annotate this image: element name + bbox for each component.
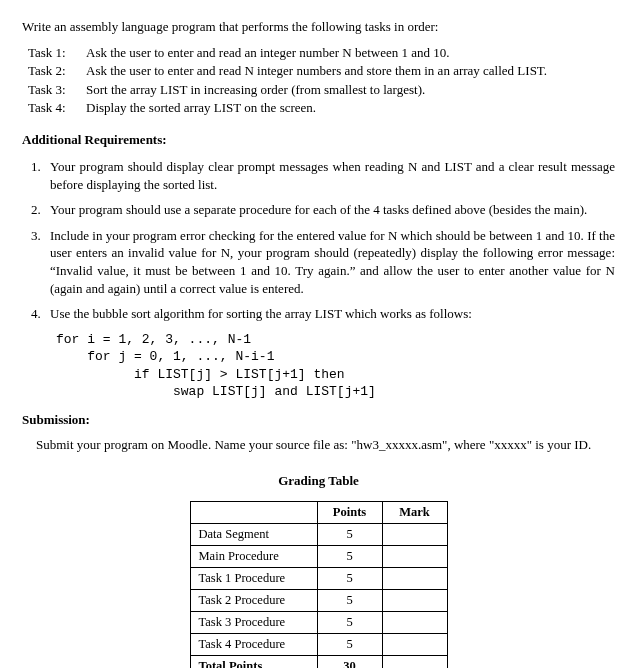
task-row: Task 4: Display the sorted array LIST on…: [28, 99, 615, 117]
requirement-item: Your program should use a separate proce…: [44, 201, 615, 219]
task-text: Sort the array LIST in increasing order …: [86, 81, 615, 99]
requirement-item: Include in your program error checking f…: [44, 227, 615, 297]
task-text: Ask the user to enter and read an intege…: [86, 44, 615, 62]
grading-row-name: Task 2 Procedure: [190, 589, 317, 611]
requirements-list: Your program should display clear prompt…: [44, 158, 615, 322]
grading-row-mark: [382, 611, 447, 633]
grading-row: Task 4 Procedure 5: [190, 633, 447, 655]
submission-text: Submit your program on Moodle. Name your…: [36, 436, 615, 454]
tasks-list: Task 1: Ask the user to enter and read a…: [28, 44, 615, 117]
grading-header-blank: [190, 502, 317, 524]
grading-row: Task 3 Procedure 5: [190, 611, 447, 633]
grading-row-name: Task 1 Procedure: [190, 568, 317, 590]
grading-row-name: Task 4 Procedure: [190, 633, 317, 655]
grading-header-mark: Mark: [382, 502, 447, 524]
grading-row-name: Data Segment: [190, 524, 317, 546]
requirement-item: Your program should display clear prompt…: [44, 158, 615, 193]
grading-row-points: 5: [317, 633, 382, 655]
grading-row-name: Task 3 Procedure: [190, 611, 317, 633]
grading-row: Data Segment 5: [190, 524, 447, 546]
grading-row-mark: [382, 546, 447, 568]
task-row: Task 1: Ask the user to enter and read a…: [28, 44, 615, 62]
intro-paragraph: Write an assembly language program that …: [22, 18, 615, 36]
grading-row-name: Main Procedure: [190, 546, 317, 568]
grading-table: Points Mark Data Segment 5 Main Procedur…: [190, 501, 448, 668]
grading-row: Main Procedure 5: [190, 546, 447, 568]
task-label: Task 3:: [28, 81, 86, 99]
grading-header-row: Points Mark: [190, 502, 447, 524]
task-label: Task 4:: [28, 99, 86, 117]
task-text: Ask the user to enter and read N integer…: [86, 62, 615, 80]
requirement-item: Use the bubble sort algorithm for sortin…: [44, 305, 615, 323]
grading-total-row: Total Points 30: [190, 655, 447, 668]
task-row: Task 3: Sort the array LIST in increasin…: [28, 81, 615, 99]
grading-row: Task 1 Procedure 5: [190, 568, 447, 590]
requirements-heading: Additional Requirements:: [22, 131, 615, 149]
submission-heading: Submission:: [22, 411, 615, 429]
grading-row-points: 5: [317, 568, 382, 590]
grading-row-mark: [382, 633, 447, 655]
grading-row: Task 2 Procedure 5: [190, 589, 447, 611]
grading-total-name: Total Points: [190, 655, 317, 668]
task-text: Display the sorted array LIST on the scr…: [86, 99, 615, 117]
grading-total-points: 30: [317, 655, 382, 668]
bubble-sort-code: for i = 1, 2, 3, ..., N-1 for j = 0, 1, …: [56, 331, 615, 401]
task-row: Task 2: Ask the user to enter and read N…: [28, 62, 615, 80]
grading-row-mark: [382, 589, 447, 611]
grading-row-points: 5: [317, 589, 382, 611]
grading-total-mark: [382, 655, 447, 668]
task-label: Task 2:: [28, 62, 86, 80]
grading-row-points: 5: [317, 524, 382, 546]
task-label: Task 1:: [28, 44, 86, 62]
grading-row-points: 5: [317, 611, 382, 633]
grading-header-points: Points: [317, 502, 382, 524]
grading-row-mark: [382, 524, 447, 546]
grading-table-title: Grading Table: [22, 472, 615, 490]
grading-row-mark: [382, 568, 447, 590]
grading-row-points: 5: [317, 546, 382, 568]
